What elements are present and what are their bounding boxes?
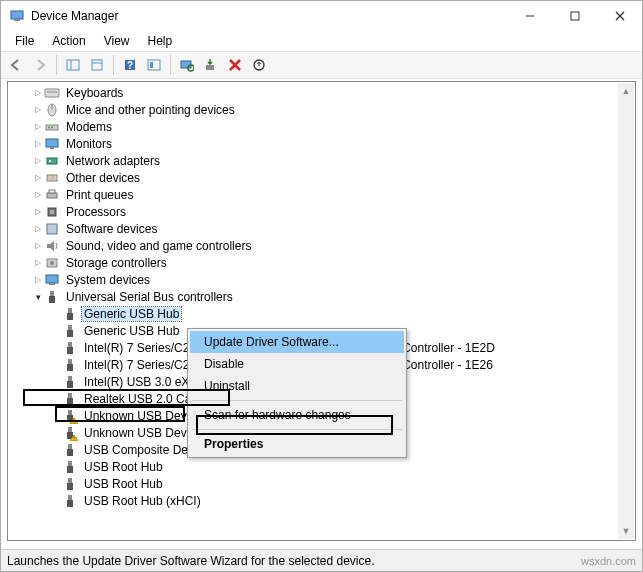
svg-rect-49 (67, 364, 73, 371)
sound-icon (44, 238, 60, 254)
action-button[interactable] (143, 54, 165, 76)
disable-button[interactable] (248, 54, 270, 76)
tree-item-label: Processors (64, 205, 128, 219)
expand-icon[interactable]: ▷ (30, 139, 44, 148)
tree-item-label: Mice and other pointing devices (64, 103, 237, 117)
usb-icon (62, 357, 78, 373)
usb-icon (62, 442, 78, 458)
scroll-down-button[interactable]: ▼ (618, 523, 634, 539)
statusbar: Launches the Update Driver Software Wiza… (1, 549, 642, 571)
update-driver-button[interactable] (200, 54, 222, 76)
menu-action[interactable]: Action (44, 32, 93, 50)
expand-icon[interactable]: ▷ (30, 173, 44, 182)
tree-category[interactable]: ▷Print queues (8, 186, 635, 203)
svg-rect-27 (47, 158, 57, 164)
usb-icon (62, 340, 78, 356)
ctx-properties[interactable]: Properties (190, 433, 404, 455)
tree-category[interactable]: ▷Processors (8, 203, 635, 220)
tree-category[interactable]: ▷Software devices (8, 220, 635, 237)
svg-rect-39 (49, 283, 55, 285)
vertical-scrollbar[interactable]: ▲ ▼ (618, 83, 634, 539)
tree-item-label: Other devices (64, 171, 142, 185)
tree-category[interactable]: ▷Modems (8, 118, 635, 135)
tree-category[interactable]: ▷Keyboards (8, 84, 635, 101)
svg-rect-6 (67, 60, 79, 70)
svg-rect-63 (67, 449, 73, 456)
scroll-up-button[interactable]: ▲ (618, 83, 634, 99)
ctx-scan[interactable]: Scan for hardware changes (190, 404, 404, 426)
usb-icon (62, 459, 78, 475)
forward-button[interactable] (29, 54, 51, 76)
back-button[interactable] (5, 54, 27, 76)
svg-rect-68 (68, 495, 72, 500)
tree-item-label: Keyboards (64, 86, 125, 100)
expand-icon[interactable]: ▷ (30, 224, 44, 233)
expand-icon[interactable]: ▷ (30, 207, 44, 216)
help-button[interactable]: ? (119, 54, 141, 76)
tree-device[interactable]: USB Root Hub (8, 458, 635, 475)
tree-category[interactable]: ▷Storage controllers (8, 254, 635, 271)
app-icon (9, 8, 25, 24)
menu-view[interactable]: View (96, 32, 138, 50)
expand-icon[interactable]: ▷ (30, 190, 44, 199)
expand-icon[interactable]: ▷ (30, 258, 44, 267)
svg-rect-52 (68, 393, 72, 398)
tree-category[interactable]: ▷?Other devices (8, 169, 635, 186)
uninstall-button[interactable] (224, 54, 246, 76)
tree-device[interactable]: Generic USB Hub (8, 305, 635, 322)
expand-icon[interactable]: ▷ (30, 88, 44, 97)
window-buttons (507, 1, 642, 31)
expand-icon[interactable]: ▷ (30, 122, 44, 131)
expand-icon[interactable]: ▷ (30, 156, 44, 165)
tree-device[interactable]: USB Root Hub (8, 475, 635, 492)
menubar: File Action View Help (1, 31, 642, 51)
context-menu: Update Driver Software... Disable Uninst… (187, 328, 407, 458)
ctx-uninstall[interactable]: Uninstall (190, 375, 404, 397)
svg-rect-13 (150, 62, 153, 68)
svg-rect-0 (11, 11, 23, 19)
tree-category[interactable]: ▷Network adapters (8, 152, 635, 169)
tree-device[interactable]: USB Root Hub (xHCI) (8, 492, 635, 509)
tree-category-usb[interactable]: ▾Universal Serial Bus controllers (8, 288, 635, 305)
svg-rect-3 (571, 12, 579, 20)
expand-icon[interactable]: ▷ (30, 275, 44, 284)
menu-help[interactable]: Help (140, 32, 181, 50)
usb-icon (62, 306, 78, 322)
svg-rect-69 (67, 500, 73, 507)
menu-file[interactable]: File (7, 32, 42, 50)
svg-rect-65 (67, 466, 73, 473)
show-hide-console-tree-button[interactable] (62, 54, 84, 76)
expand-icon[interactable]: ▷ (30, 105, 44, 114)
tree-category[interactable]: ▷Mice and other pointing devices (8, 101, 635, 118)
tree-category[interactable]: ▷System devices (8, 271, 635, 288)
ctx-disable[interactable]: Disable (190, 353, 404, 375)
status-text: Launches the Update Driver Software Wiza… (7, 554, 375, 568)
usb-icon (62, 374, 78, 390)
minimize-button[interactable] (507, 1, 552, 31)
svg-rect-12 (148, 60, 160, 70)
tree-item-label: Generic USB Hub (82, 324, 181, 338)
tree-category[interactable]: ▷Monitors (8, 135, 635, 152)
expand-icon[interactable]: ▾ (30, 292, 44, 302)
ctx-update-driver[interactable]: Update Driver Software... (190, 331, 404, 353)
svg-rect-43 (67, 313, 73, 320)
scan-hardware-button[interactable] (176, 54, 198, 76)
expand-icon[interactable]: ▷ (30, 241, 44, 250)
toolbar-sep (113, 55, 114, 75)
usb-icon (62, 476, 78, 492)
svg-rect-35 (47, 224, 57, 234)
svg-rect-18 (45, 89, 59, 97)
keyboard-icon (44, 85, 60, 101)
properties-button[interactable] (86, 54, 108, 76)
tree-item-label: Generic USB Hub (82, 307, 181, 321)
tree-item-label: Sound, video and game controllers (64, 239, 253, 253)
svg-point-24 (51, 126, 53, 128)
tree-item-label: Modems (64, 120, 114, 134)
maximize-button[interactable] (552, 1, 597, 31)
monitor-icon (44, 136, 60, 152)
close-button[interactable] (597, 1, 642, 31)
tree-item-label: System devices (64, 273, 152, 287)
tree-category[interactable]: ▷Sound, video and game controllers (8, 237, 635, 254)
tree-item-label: Unknown USB Device (82, 409, 204, 423)
svg-rect-51 (67, 381, 73, 388)
